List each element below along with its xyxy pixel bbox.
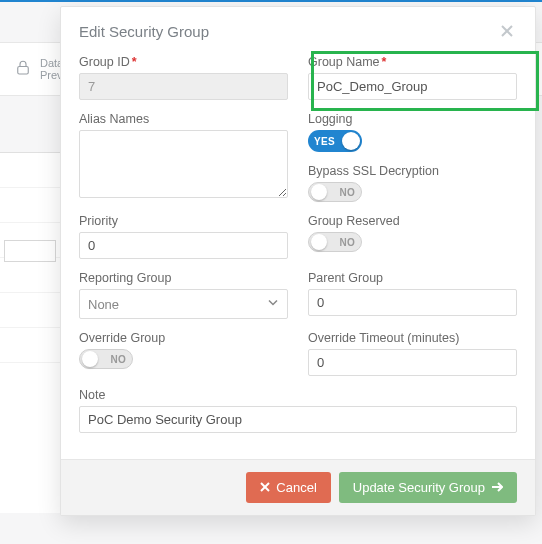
toggle-knob: [82, 351, 98, 367]
note-input[interactable]: [79, 406, 517, 433]
update-security-group-button[interactable]: Update Security Group: [339, 472, 517, 503]
close-button[interactable]: [497, 21, 517, 41]
note-label: Note: [79, 388, 517, 402]
bypass-ssl-label: Bypass SSL Decryption: [308, 164, 517, 178]
override-group-label: Override Group: [79, 331, 288, 345]
bypass-ssl-toggle[interactable]: NO: [308, 182, 362, 202]
background-input-stub: [4, 240, 56, 262]
override-timeout-input[interactable]: [308, 349, 517, 376]
group-id-input: [79, 73, 288, 100]
x-icon: [260, 480, 270, 495]
close-icon: [500, 24, 514, 38]
modal-title: Edit Security Group: [79, 23, 209, 40]
group-id-label: Group ID*: [79, 55, 288, 69]
toggle-knob: [342, 132, 360, 150]
group-name-input[interactable]: [308, 73, 517, 100]
parent-group-label: Parent Group: [308, 271, 517, 285]
lock-icon: [14, 59, 32, 79]
logging-label: Logging: [308, 112, 517, 126]
priority-label: Priority: [79, 214, 288, 228]
group-reserved-toggle[interactable]: NO: [308, 232, 362, 252]
alias-names-input[interactable]: [79, 130, 288, 198]
alias-names-label: Alias Names: [79, 112, 288, 126]
reporting-group-label: Reporting Group: [79, 271, 288, 285]
background-list-stub: [0, 152, 60, 513]
group-reserved-label: Group Reserved: [308, 214, 517, 228]
priority-input[interactable]: [79, 232, 288, 259]
cancel-button[interactable]: Cancel: [246, 472, 330, 503]
override-timeout-label: Override Timeout (minutes): [308, 331, 517, 345]
edit-security-group-modal: Edit Security Group Group ID* Group Name…: [60, 6, 536, 516]
parent-group-input[interactable]: [308, 289, 517, 316]
group-name-label: Group Name*: [308, 55, 517, 69]
chevron-down-icon: [267, 297, 279, 312]
logging-toggle[interactable]: YES: [308, 130, 362, 152]
arrow-right-icon: [491, 480, 503, 495]
toggle-knob: [311, 234, 327, 250]
toggle-knob: [311, 184, 327, 200]
override-group-toggle[interactable]: NO: [79, 349, 133, 369]
reporting-group-select[interactable]: None: [79, 289, 288, 319]
svg-rect-0: [18, 66, 29, 74]
